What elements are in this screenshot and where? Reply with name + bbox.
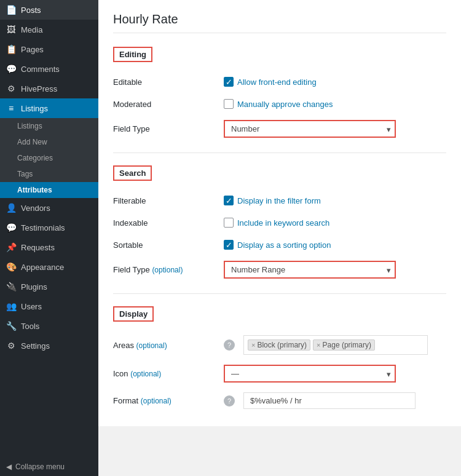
sidebar-sub-listings[interactable]: Listings [0, 118, 98, 134]
areas-tag-input[interactable]: × Block (primary) × Page (primary) [243, 335, 428, 355]
moderated-checkbox-label: Manually approve changes [237, 100, 333, 109]
sidebar-item-label: HivePress [21, 84, 57, 93]
tag-page-primary-remove[interactable]: × [317, 341, 320, 349]
sidebar-item-pages[interactable]: 📋 Pages [0, 39, 98, 59]
filterable-label: Filterable [113, 196, 224, 205]
format-input[interactable] [243, 392, 416, 409]
editable-checkbox-row: ✓ Allow front-end editing [224, 77, 317, 87]
sidebar-sub-add-new[interactable]: Add New [0, 134, 98, 150]
main-content: Hourly Rate Editing Editable ✓ Allow fro… [98, 0, 461, 476]
format-row: Format (optional) ? [113, 387, 446, 414]
appearance-icon: 🎨 [6, 262, 16, 272]
display-section-header: Display [113, 306, 154, 322]
tag-page-primary: × Page (primary) [313, 339, 375, 351]
sidebar-item-plugins[interactable]: 🔌 Plugins [0, 277, 98, 296]
requests-icon: 📌 [6, 242, 16, 252]
tag-block-primary-label: Block (primary) [257, 341, 307, 349]
format-label: Format (optional) [113, 396, 224, 405]
sidebar-item-testimonials[interactable]: 💬 Testimonials [0, 218, 98, 237]
indexable-checkbox[interactable] [224, 218, 234, 228]
tag-block-primary-remove[interactable]: × [251, 341, 255, 349]
icon-label: Icon (optional) [113, 369, 224, 378]
format-optional: (optional) [141, 397, 171, 405]
editing-field-type-control: Number Text Select [224, 120, 446, 138]
search-field-type-control: Number Range Number Text [224, 261, 446, 279]
comments-icon: 💬 [6, 64, 16, 74]
editable-checkbox-label: Allow front-end editing [237, 77, 317, 87]
sidebar-item-label: Comments [21, 65, 60, 74]
sidebar-item-settings[interactable]: ⚙ Settings [0, 336, 98, 355]
search-field-type-optional: (optional) [152, 266, 183, 274]
format-help-icon[interactable]: ? [224, 395, 235, 407]
content-area: Hourly Rate Editing Editable ✓ Allow fro… [98, 0, 461, 426]
areas-control: ? × Block (primary) × Page (primary) [224, 335, 446, 355]
sidebar-item-requests[interactable]: 📌 Requests [0, 237, 98, 257]
sortable-checkbox-label: Display as a sorting option [237, 240, 331, 250]
divider-1 [113, 153, 446, 153]
sidebar-item-users[interactable]: 👥 Users [0, 296, 98, 316]
editable-label: Editable [113, 77, 224, 87]
sidebar-item-media[interactable]: 🖼 Media [0, 20, 98, 39]
page-title: Hourly Rate [113, 12, 446, 33]
editable-control: ✓ Allow front-end editing [224, 77, 446, 87]
editing-section-header: Editing [113, 47, 152, 62]
collapse-menu-label: Collapse menu [15, 462, 65, 471]
editable-row: Editable ✓ Allow front-end editing [113, 71, 446, 93]
indexable-checkbox-label: Include in keyword search [237, 218, 329, 228]
icon-optional: (optional) [130, 370, 161, 378]
icon-select[interactable]: — [224, 365, 396, 383]
sidebar-item-listings[interactable]: ≡ Listings [0, 98, 98, 118]
sidebar-sub-categories[interactable]: Categories [0, 150, 98, 166]
listings-icon: ≡ [6, 103, 16, 113]
indexable-row: Indexable Include in keyword search [113, 212, 446, 234]
collapse-icon: ◀ [6, 462, 12, 471]
tag-block-primary: × Block (primary) [248, 339, 310, 351]
sidebar-item-label: Media [21, 25, 42, 34]
sidebar-item-label: Settings [21, 341, 50, 351]
settings-icon: ⚙ [6, 341, 16, 351]
sidebar-sub-tags[interactable]: Tags [0, 166, 98, 182]
editing-field-type-select[interactable]: Number Text Select [224, 120, 396, 138]
search-section-header: Search [113, 165, 152, 181]
search-field-type-wrapper: Number Range Number Text [224, 261, 396, 279]
moderated-control: Manually approve changes [224, 99, 446, 109]
search-field-type-row: Field Type (optional) Number Range Numbe… [113, 256, 446, 284]
testimonials-icon: 💬 [6, 223, 16, 232]
sidebar-item-vendors[interactable]: 👤 Vendors [0, 198, 98, 218]
editable-checkbox[interactable]: ✓ [224, 77, 234, 87]
sidebar-item-comments[interactable]: 💬 Comments [0, 59, 98, 79]
sortable-checkbox[interactable]: ✓ [224, 240, 234, 250]
sidebar-sub-attributes[interactable]: Attributes [0, 182, 98, 198]
sidebar-item-label: Listings [21, 104, 48, 113]
search-field-type-select[interactable]: Number Range Number Text [224, 261, 396, 279]
moderated-checkbox[interactable] [224, 99, 234, 109]
areas-row: Areas (optional) ? × Block (primary) × P… [113, 330, 446, 360]
vendors-icon: 👤 [6, 203, 16, 213]
editing-section: Editing Editable ✓ Allow front-end editi… [113, 44, 446, 143]
search-field-type-label: Field Type (optional) [113, 265, 224, 274]
sidebar-item-label: Pages [21, 45, 44, 54]
moderated-checkbox-row: Manually approve changes [224, 99, 333, 109]
sidebar-item-posts[interactable]: 📄 Posts [0, 0, 98, 20]
sidebar-item-hivepress[interactable]: ⚙ HivePress [0, 79, 98, 98]
media-icon: 🖼 [6, 25, 16, 34]
sidebar-item-label: Plugins [21, 282, 47, 292]
collapse-menu-button[interactable]: ◀ Collapse menu [0, 458, 98, 476]
plugins-icon: 🔌 [6, 282, 16, 292]
sidebar-item-label: Posts [21, 6, 41, 15]
sidebar-item-tools[interactable]: 🔧 Tools [0, 316, 98, 336]
areas-label: Areas (optional) [113, 341, 224, 350]
indexable-control: Include in keyword search [224, 218, 446, 228]
areas-help-icon[interactable]: ? [224, 339, 235, 351]
editing-field-type-row: Field Type Number Text Select [113, 115, 446, 143]
sortable-label: Sortable [113, 240, 224, 250]
filterable-row: Filterable ✓ Display in the filter form [113, 189, 446, 212]
filterable-checkbox[interactable]: ✓ [224, 196, 234, 205]
users-icon: 👥 [6, 301, 16, 311]
sidebar-item-appearance[interactable]: 🎨 Appearance [0, 257, 98, 277]
areas-optional: (optional) [136, 341, 167, 350]
indexable-checkbox-row: Include in keyword search [224, 218, 329, 228]
listings-submenu: Listings Add New Categories Tags Attribu… [0, 118, 98, 198]
sidebar: 📄 Posts 🖼 Media 📋 Pages 💬 Comments ⚙ Hiv… [0, 0, 98, 476]
icon-row: Icon (optional) — [113, 360, 446, 387]
